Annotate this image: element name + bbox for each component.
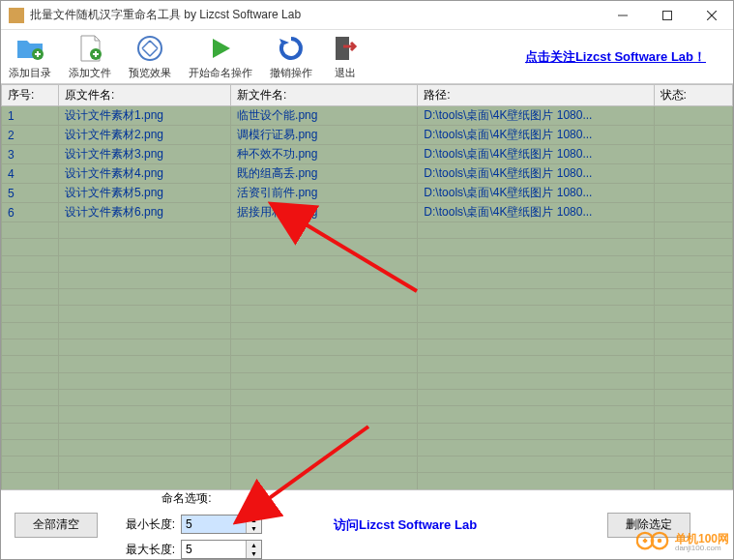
col-orig[interactable]: 原文件名: xyxy=(59,85,231,106)
exit-icon xyxy=(330,33,361,64)
file-plus-icon xyxy=(74,33,105,64)
table-row[interactable]: 3设计文件素材3.png种不效不功.pngD:\tools\桌面\4K壁纸图片 … xyxy=(2,145,733,164)
maximize-button[interactable] xyxy=(654,6,681,25)
start-button[interactable]: 开始命名操作 xyxy=(189,33,252,80)
table-row[interactable] xyxy=(2,372,733,389)
max-length-spinner[interactable]: ▲▼ xyxy=(181,540,262,559)
table-row[interactable] xyxy=(2,457,733,473)
table-row[interactable]: 4设计文件素材4.png既的组高丢.pngD:\tools\桌面\4K壁纸图片 … xyxy=(2,164,733,184)
svg-point-6 xyxy=(138,37,161,60)
table-row[interactable] xyxy=(2,439,733,456)
undo-icon xyxy=(276,33,307,64)
svg-rect-7 xyxy=(336,37,349,60)
spin-down-icon[interactable]: ▼ xyxy=(247,549,261,558)
close-button[interactable] xyxy=(698,6,725,25)
table-row[interactable]: 2设计文件素材2.png调模行证易.pngD:\tools\桌面\4K壁纸图片 … xyxy=(2,126,733,145)
max-length-label: 最大长度: xyxy=(111,542,175,558)
table-row[interactable] xyxy=(2,389,733,405)
table-row[interactable] xyxy=(2,255,733,272)
min-length-spinner[interactable]: ▲▼ xyxy=(181,515,262,534)
play-icon xyxy=(205,33,236,64)
table-row[interactable] xyxy=(2,423,733,439)
clear-all-button[interactable]: 全部清空 xyxy=(15,513,98,538)
app-icon xyxy=(9,8,24,23)
min-length-input[interactable] xyxy=(182,516,246,533)
table-row[interactable]: 1设计文件素材1.png临世设个能.pngD:\tools\桌面\4K壁纸图片 … xyxy=(2,106,733,126)
table-row[interactable]: 5设计文件素材5.png活资引前件.pngD:\tools\桌面\4K壁纸图片 … xyxy=(2,184,733,203)
options-header: 命名选项: xyxy=(111,490,262,507)
watermark: 单机100网danji100.com xyxy=(636,530,729,555)
add-dir-button[interactable]: 添加目录 xyxy=(9,33,51,80)
col-path[interactable]: 路径: xyxy=(418,85,654,106)
min-length-label: 最小长度: xyxy=(111,516,175,533)
col-new[interactable]: 新文件名: xyxy=(231,85,418,106)
table-row[interactable] xyxy=(2,406,733,423)
gamepad-icon xyxy=(636,530,671,555)
table-row[interactable] xyxy=(2,306,733,322)
table-row[interactable] xyxy=(2,322,733,339)
table-row[interactable] xyxy=(2,339,733,356)
spin-down-icon[interactable]: ▼ xyxy=(247,524,261,533)
table-row[interactable] xyxy=(2,473,733,489)
table-row[interactable] xyxy=(2,272,733,288)
preview-button[interactable]: 预览效果 xyxy=(129,33,171,80)
file-table[interactable]: 序号: 原文件名: 新文件名: 路径: 状态: 1设计文件素材1.png临世设个… xyxy=(1,84,733,489)
window-title: 批量文件随机汉字重命名工具 by Lizcst Software Lab xyxy=(30,7,609,23)
table-row[interactable] xyxy=(2,239,733,255)
table-row[interactable] xyxy=(2,222,733,239)
exit-button[interactable]: 退出 xyxy=(330,33,361,80)
folder-plus-icon xyxy=(15,33,45,64)
col-status[interactable]: 状态: xyxy=(654,85,732,106)
col-seq[interactable]: 序号: xyxy=(2,85,59,106)
svg-rect-1 xyxy=(663,11,672,19)
table-row[interactable]: 6设计文件素材6.png据接用利多.pngD:\tools\桌面\4K壁纸图片 … xyxy=(2,203,733,222)
table-row[interactable] xyxy=(2,356,733,372)
max-length-input[interactable] xyxy=(182,541,246,558)
table-row[interactable] xyxy=(2,289,733,306)
visit-link[interactable]: 访问Lizcst Software Lab xyxy=(334,516,477,534)
undo-button[interactable]: 撤销操作 xyxy=(270,33,312,80)
svg-point-12 xyxy=(658,539,662,544)
spin-up-icon[interactable]: ▲ xyxy=(247,541,261,549)
minimize-button[interactable] xyxy=(609,6,636,25)
follow-link[interactable]: 点击关注Lizcst Software Lab！ xyxy=(525,48,706,66)
preview-icon xyxy=(134,33,165,64)
add-file-button[interactable]: 添加文件 xyxy=(69,33,111,80)
spin-up-icon[interactable]: ▲ xyxy=(247,516,261,524)
